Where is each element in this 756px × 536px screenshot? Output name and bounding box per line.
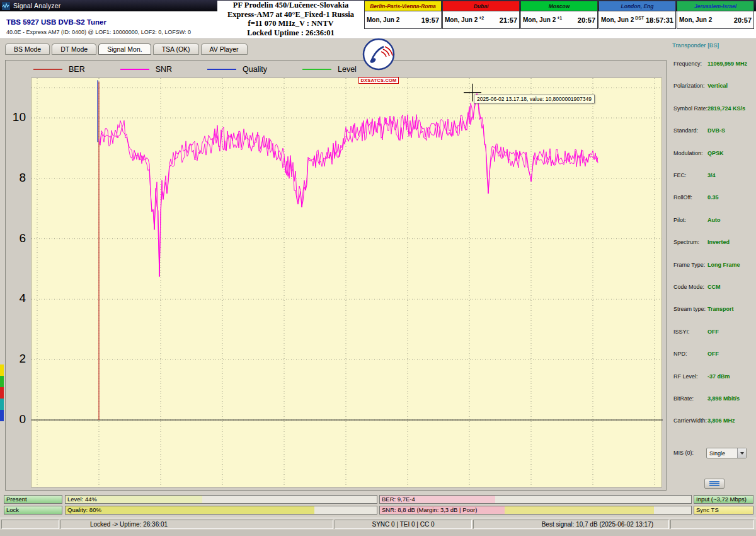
transponder-row-rolloff-: RollOff:0.35 <box>670 194 754 203</box>
chart-legend: BERSNRQualityLevel <box>33 64 392 75</box>
clock-date: Mon, Jun 2 <box>679 16 712 23</box>
tuner-subtitle: 40.0E - Express AM7 (ID: 0400) @ LOF1: 1… <box>6 29 191 35</box>
clock-time: 20:57 <box>578 16 595 24</box>
transponder-value: CCM <box>707 284 721 290</box>
status-segment-present: Present <box>4 495 62 504</box>
clock-5: Jerusalem-IsraelMon, Jun 220:57 <box>677 1 754 29</box>
statusbar-cell-2: Locked -> Uptime: 26:36:01 <box>60 520 333 529</box>
y-tick-label: 4 <box>8 291 26 305</box>
transponder-value: Long Frame <box>707 262 740 268</box>
transponder-row-bitrate-: BitRate:3,898 Mbit/s <box>670 395 754 404</box>
y-tick-label: 6 <box>8 231 26 245</box>
status-segment-label: BER: 9,7E-4 <box>380 496 415 503</box>
tab-signal-mon-[interactable]: Signal Mon. <box>98 44 151 55</box>
clock-time: 21:57 <box>500 16 517 24</box>
status-segment-label: Level: 44% <box>66 496 97 503</box>
edge-color-strip <box>0 364 4 421</box>
tab-av-player[interactable]: AV Player <box>201 44 248 55</box>
transponder-row-modulation-: Modulation:QPSK <box>670 150 754 159</box>
transponder-row-pilot-: Pilot:Auto <box>670 217 754 226</box>
transponder-label: Standard: <box>673 127 698 134</box>
plot-area[interactable] <box>31 78 662 487</box>
status-segment-snr-8: SNR: 8,8 dB (Margin: 3,3 dB | Poor) <box>379 506 692 515</box>
clock-time-row: Mon, Jun 2+120:57 <box>521 11 597 28</box>
clock-time-row: Mon, Jun 220:57 <box>677 11 753 28</box>
station-line-3: f=11 070 MHz_V : NNTV <box>217 19 364 28</box>
edge-strip-color <box>0 410 4 421</box>
clock-city-label: London, Eng <box>599 1 675 11</box>
mis-dropdown[interactable]: Single <box>706 448 747 458</box>
clock-time-row: Mon, Jun 2+221:57 <box>443 11 519 28</box>
transponder-value: QPSK <box>707 150 724 156</box>
tab-dt-mode[interactable]: DT Mode <box>52 44 96 55</box>
transponder-label: BitRate: <box>673 395 694 402</box>
station-line-1: PF Prodelin 450/Lučenec-Slovakia <box>217 1 364 10</box>
clock-time: 19:57 <box>421 16 439 24</box>
clock-offset-badge: +2 <box>479 16 484 20</box>
transponder-value: -37 dBm <box>707 373 730 380</box>
clock-time-row: Mon, Jun 2DST18:57:31 <box>599 11 675 28</box>
dxsatcs-logo: DXSATCS.COM <box>358 38 399 84</box>
status-segment-label: Present <box>4 496 27 503</box>
chart-panel: BERSNRQualityLevel 0246810 <box>5 60 667 491</box>
mode-tabs: BS ModeDT ModeSignal Mon.TSA (OK)AV Play… <box>5 44 248 55</box>
transponder-label: CarrierWidth: <box>673 417 707 424</box>
status-segment-label: Sync TS <box>694 506 719 513</box>
list-lines-icon <box>709 481 719 486</box>
clock-offset-badge: DST <box>635 16 644 20</box>
tab-tsa-ok-[interactable]: TSA (OK) <box>153 44 199 55</box>
legend-line-icon <box>33 69 62 70</box>
transponder-row-polarization-: Polarization:Vertical <box>670 83 754 91</box>
transponder-label: Pilot: <box>673 217 686 223</box>
transponder-title: Transponder [BS] <box>670 39 754 49</box>
status-segment-input-3: Input (~3,72 Mbps) <box>694 495 753 504</box>
mis-dropdown-arrow-icon[interactable] <box>737 448 746 458</box>
transponder-value: 0.35 <box>707 194 719 201</box>
transponder-label: Stream type: <box>673 306 706 312</box>
transponder-value: Inverted <box>707 239 730 245</box>
clock-city-label: Jerusalem-Israel <box>677 1 753 11</box>
panel-settings-button[interactable] <box>704 479 724 489</box>
clock-city-label: Dubai <box>443 1 519 11</box>
transponder-row-issyi-: ISSYI:OFF <box>670 329 754 337</box>
clock-4: London, EngMon, Jun 2DST18:57:31 <box>598 1 676 29</box>
status-segment-label: Input (~3,72 Mbps) <box>694 496 747 503</box>
clock-time: 20:57 <box>734 16 752 24</box>
status-segment-level-44: Level: 44% <box>65 495 377 504</box>
tuner-title: TBS 5927 USB DVB-S2 Tuner <box>6 18 106 26</box>
transponder-value: 3/4 <box>707 172 716 178</box>
y-tick-label: 2 <box>8 352 26 366</box>
status-bar: Locked -> Uptime: 26:36:01SYNC 0 | TEI 0… <box>0 518 756 530</box>
legend-label: BER <box>69 65 85 74</box>
transponder-value: 11069,959 MHz <box>707 61 747 67</box>
y-tick-label: 10 <box>8 110 26 124</box>
clock-city-label: Moscow <box>521 1 597 11</box>
tab-bs-mode[interactable]: BS Mode <box>5 44 50 55</box>
transponder-row-carrierwidth-: CarrierWidth:3,806 MHz <box>670 417 754 426</box>
progress-fill <box>66 506 314 514</box>
transponder-value: Vertical <box>707 83 728 89</box>
transponder-row-npd-: NPD:OFF <box>670 351 754 359</box>
clock-date: Mon, Jun 2 <box>523 16 556 23</box>
value-tooltip: 2025-06-02 13.17.18, value: 10,800000190… <box>474 95 595 103</box>
transponder-row-frame-type-: Frame Type:Long Frame <box>670 262 754 271</box>
transponder-value: Auto <box>707 217 721 223</box>
transponder-label: Spectrum: <box>673 239 699 245</box>
transponder-label: RF Level: <box>673 373 698 380</box>
status-segment-label: SNR: 8,8 dB (Margin: 3,3 dB | Poor) <box>380 506 477 513</box>
clock-time-row: Mon, Jun 219:57 <box>365 11 441 28</box>
clock-date: Mon, Jun 2 <box>601 16 634 23</box>
statusbar-cell-3: SYNC 0 | TEI 0 | CC 0 <box>335 520 472 529</box>
dxsatcs-logo-label: DXSATCS.COM <box>358 77 398 84</box>
y-tick-label: 8 <box>8 171 26 185</box>
status-segment-label: Quality: 80% <box>66 506 101 513</box>
legend-line-icon <box>207 69 236 70</box>
transponder-row-symbol-rate-: Symbol Rate:2819,724 KS/s <box>670 105 754 114</box>
transponder-value: Transport <box>707 306 734 312</box>
status-segment-quality-80: Quality: 80% <box>65 506 377 515</box>
signal-plot-svg[interactable] <box>32 78 663 488</box>
transponder-row-code-mode-: Code Mode:CCM <box>670 284 754 293</box>
station-line-4: Locked Uptime : 26:36:01 <box>217 28 364 38</box>
station-header: PF Prodelin 450/Lučenec-Slovakia Express… <box>217 1 364 38</box>
signal-analyzer-window: Signal Analyzer PF Prodelin 450/Lučenec-… <box>0 0 756 536</box>
